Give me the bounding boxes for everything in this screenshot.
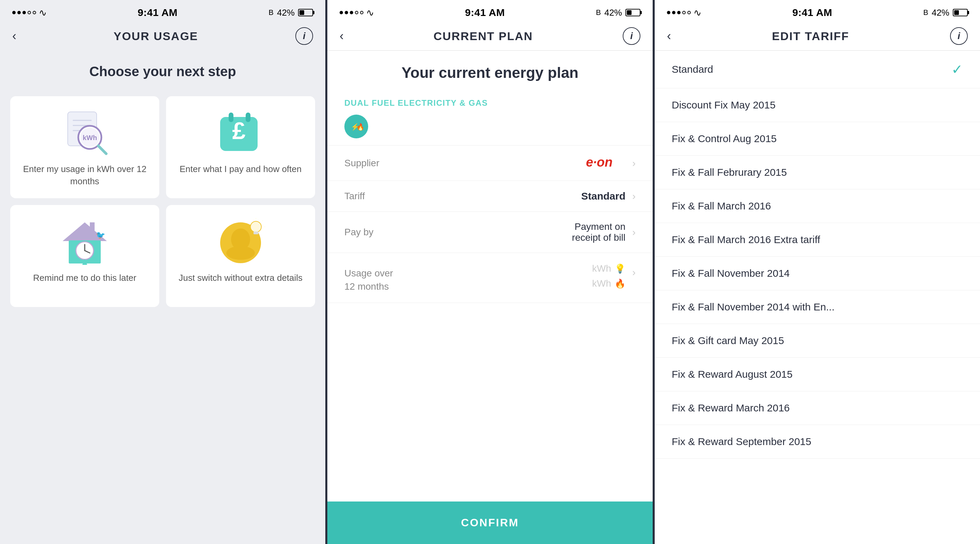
tariff-item-0[interactable]: Standard✓ [655, 51, 980, 89]
signal-dots [12, 11, 36, 14]
confirm-button[interactable]: CONFIRM [327, 501, 653, 544]
status-right-1: B 42% [269, 8, 313, 18]
info-button-3[interactable]: i [950, 27, 968, 45]
back-button-2[interactable]: ‹ [340, 29, 344, 43]
tariff-item-6[interactable]: Fix & Fall November 2014 [655, 257, 980, 290]
tariff-check-icon-0: ✓ [951, 62, 963, 77]
svg-line-27 [262, 220, 263, 221]
panel-your-usage: ∿ 9:41 AM B 42% ‹ YOUR USAGE i Choose yo… [0, 0, 325, 544]
elec-kwh-value: kWh [592, 263, 611, 274]
usage-label: Usage over12 months [344, 263, 412, 293]
nav-bar-1: ‹ YOUR USAGE i [0, 24, 325, 50]
nav-bar-3: ‹ EDIT TARIFF i [655, 24, 980, 51]
tariff-item-label-8: Fix & Gift card May 2015 [672, 335, 784, 346]
fuel-svg: ⚡ 🔥 [350, 120, 363, 133]
back-button-1[interactable]: ‹ [12, 29, 16, 43]
info-button-2[interactable]: i [623, 27, 640, 45]
tariff-chevron: › [632, 190, 636, 202]
svg-text:£: £ [232, 117, 246, 144]
dot3-1 [667, 11, 670, 14]
calendar-illustration: £ [215, 108, 266, 156]
tariff-item-label-3: Fix & Fall Februrary 2015 [672, 167, 787, 178]
dot2-3 [350, 11, 353, 14]
status-right-3: B 42% [923, 8, 968, 18]
wifi-icon-3: ∿ [694, 7, 701, 18]
tariff-item-7[interactable]: Fix & Fall November 2014 with En... [655, 290, 980, 324]
time-display-1: 9:41 AM [137, 7, 177, 18]
payby-chevron: › [632, 227, 636, 238]
panel-edit-tariff: ∿ 9:41 AM B 42% ‹ EDIT TARIFF i Standard… [653, 0, 980, 544]
tariff-item-label-5: Fix & Fall March 2016 Extra tariff [672, 234, 820, 246]
house-clock-illustration: 🐦 [59, 217, 110, 265]
usage-content: Choose your next step kWh [0, 50, 325, 544]
usage-value: kWh 💡 kWh 🔥 [412, 263, 632, 289]
time-display-3: 9:41 AM [792, 7, 832, 18]
info-button-1[interactable]: i [295, 27, 313, 45]
tariff-item-10[interactable]: Fix & Reward March 2016 [655, 391, 980, 425]
tariff-item-4[interactable]: Fix & Fall March 2016 [655, 189, 980, 223]
fuel-section: DUAL FUEL ELECTRICITY & GAS ⚡ 🔥 [327, 92, 653, 145]
card-pay-amount[interactable]: £ Enter what I pay and how often [166, 96, 315, 198]
card-pay-label: Enter what I pay and how often [180, 163, 301, 175]
tariff-item-1[interactable]: Discount Fix May 2015 [655, 89, 980, 122]
card-switch-label: Just switch without extra details [179, 272, 302, 284]
supplier-row[interactable]: Supplier e·on › [327, 146, 653, 181]
usage-row[interactable]: Usage over12 months kWh 💡 kWh 🔥 › [327, 253, 653, 303]
dot3-3 [677, 11, 681, 14]
svg-rect-25 [253, 232, 258, 234]
tariff-item-label-7: Fix & Fall November 2014 with En... [672, 301, 835, 313]
tariff-item-label-11: Fix & Reward September 2015 [672, 436, 811, 447]
svg-text:🐦: 🐦 [96, 230, 105, 240]
signal-area-3: ∿ [667, 7, 701, 18]
payby-label: Pay by [344, 227, 412, 238]
usage-grid: kWh Enter my usage in kWh over 12 months [10, 96, 315, 307]
dot4 [27, 11, 31, 14]
dot3-2 [672, 11, 675, 14]
bluetooth-icon-2: B [596, 8, 601, 17]
tariff-item-3[interactable]: Fix & Fall Februrary 2015 [655, 156, 980, 189]
card-kwh-usage[interactable]: kWh Enter my usage in kWh over 12 months [10, 96, 159, 198]
tariff-item-9[interactable]: Fix & Reward August 2015 [655, 358, 980, 391]
house-svg: 🐦 [59, 217, 110, 265]
back-button-3[interactable]: ‹ [667, 29, 671, 43]
card-kwh-label: Enter my usage in kWh over 12 months [17, 163, 153, 188]
usage-chevron: › [632, 263, 636, 278]
status-bar-3: ∿ 9:41 AM B 42% [655, 0, 980, 24]
nav-bar-2: ‹ CURRENT PLAN i [327, 24, 653, 51]
dot2-2 [345, 11, 348, 14]
panel-current-plan: ∿ 9:41 AM B 42% ‹ CURRENT PLAN i Your cu… [325, 0, 653, 544]
status-bar-1: ∿ 9:41 AM B 42% [0, 0, 325, 24]
supplier-value: e·on [412, 155, 632, 171]
payby-value: Payment onreceipt of bill [412, 221, 632, 243]
dot5 [33, 11, 36, 14]
tariff-item-5[interactable]: Fix & Fall March 2016 Extra tariff [655, 223, 980, 257]
tariff-item-label-2: Fix & Control Aug 2015 [672, 133, 777, 144]
tariff-item-8[interactable]: Fix & Gift card May 2015 [655, 324, 980, 358]
plan-header: Your current energy plan [327, 51, 653, 92]
bulb-head-illustration [215, 217, 266, 265]
tariff-item-label-4: Fix & Fall March 2016 [672, 200, 771, 212]
gas-kwh-value: kWh [592, 278, 611, 289]
tariff-value: Standard [412, 190, 632, 202]
card-just-switch[interactable]: Just switch without extra details [166, 205, 315, 307]
calendar-svg: £ [215, 108, 266, 156]
wifi-icon: ∿ [39, 7, 47, 18]
tariff-row[interactable]: Tariff Standard › [327, 181, 653, 212]
dot2-5 [360, 11, 363, 14]
dot3 [22, 11, 26, 14]
plan-rows: Supplier e·on › Tariff Standard › Pay by… [327, 145, 653, 324]
dot2-1 [340, 11, 343, 14]
dot1 [12, 11, 16, 14]
payby-row[interactable]: Pay by Payment onreceipt of bill › [327, 212, 653, 253]
card-remind-later[interactable]: 🐦 Remind me to do this later [10, 205, 159, 307]
tariff-label: Tariff [344, 191, 412, 201]
tariff-item-11[interactable]: Fix & Reward September 2015 [655, 425, 980, 459]
tariff-item-2[interactable]: Fix & Control Aug 2015 [655, 122, 980, 156]
kwh-svg: kWh [59, 108, 110, 156]
plan-spacer [327, 324, 653, 502]
svg-text:🔥: 🔥 [356, 123, 363, 131]
svg-line-7 [98, 146, 106, 154]
supplier-label: Supplier [344, 158, 412, 169]
tariff-item-label-10: Fix & Reward March 2016 [672, 402, 790, 414]
bluetooth-icon-1: B [269, 8, 274, 17]
